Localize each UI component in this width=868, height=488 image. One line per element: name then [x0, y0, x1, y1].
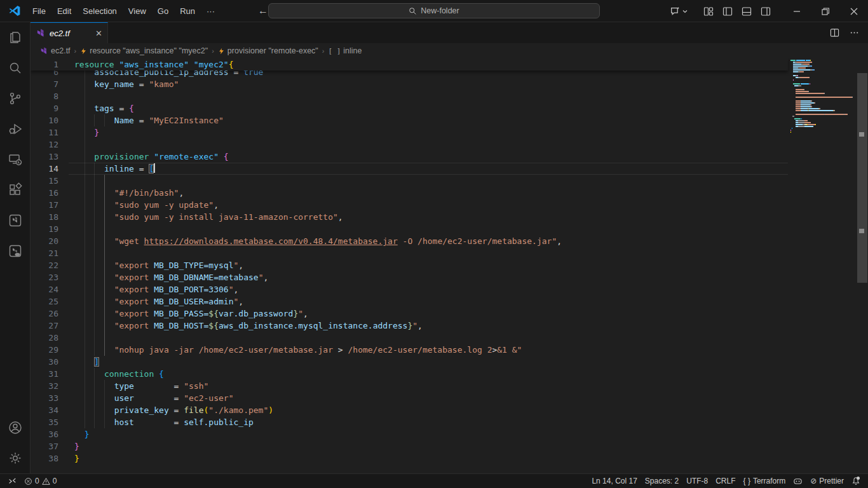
prettier-status[interactable]: ⊘ Prettier [806, 477, 848, 485]
title-bar: File Edit Selection View Go Run ··· ← → … [0, 0, 868, 22]
notifications-bell[interactable] [848, 477, 864, 485]
remote-indicator[interactable] [4, 477, 20, 485]
nav-back-button[interactable]: ← [258, 5, 268, 17]
copilot-button[interactable] [670, 6, 688, 17]
restore-button[interactable] [811, 0, 839, 22]
code-line[interactable]: 15 [31, 175, 788, 187]
breadcrumb-resource[interactable]: resource "aws_instance" "myec2" [80, 46, 208, 55]
line-number: 36 [31, 428, 58, 440]
code-line[interactable]: 34 private_key = file("./kamo.pem") [31, 404, 788, 416]
terraform-cloud-sidebar-icon[interactable] [0, 236, 31, 266]
language-mode[interactable]: { } Terraform [740, 477, 790, 485]
code-line[interactable]: 26 "export MB_DB_PASS=${var.db_password}… [31, 308, 788, 320]
eol-sequence[interactable]: CRLF [712, 477, 739, 485]
remote-explorer-icon[interactable] [0, 144, 31, 175]
copilot-status[interactable] [789, 477, 806, 486]
code-line[interactable]: 7 key_name = "kamo" [31, 78, 788, 90]
breadcrumb-separator: › [212, 47, 214, 55]
code-line[interactable]: 16 "#!/bin/bash", [31, 187, 788, 199]
scrollbar-thumb[interactable] [857, 73, 867, 283]
tab-close-icon[interactable]: ✕ [95, 29, 102, 38]
code-line[interactable]: 36 } [31, 428, 788, 440]
code-line[interactable]: 33 user = "ec2-user" [31, 392, 788, 404]
minimize-button[interactable] [782, 0, 811, 22]
explorer-icon[interactable] [0, 22, 31, 53]
line-number: 12 [31, 139, 58, 151]
menu-file[interactable]: File [27, 4, 51, 18]
minimap-line [790, 93, 855, 95]
code-line[interactable]: 8 [31, 90, 788, 102]
code-line[interactable]: 1resource "aws_instance" "myec2"{ [31, 58, 788, 71]
menu-bar: File Edit Selection View Go Run ··· [27, 4, 220, 18]
vscode-logo-icon [8, 4, 21, 17]
line-number: 27 [31, 320, 58, 332]
code-line[interactable]: 19 [31, 223, 788, 235]
toggle-panel-icon[interactable] [742, 6, 752, 17]
account-icon[interactable] [0, 412, 31, 443]
cursor-position[interactable]: Ln 14, Col 17 [588, 477, 641, 485]
code-line[interactable]: 21 [31, 247, 788, 259]
close-window-button[interactable] [839, 0, 868, 22]
settings-gear-icon[interactable] [0, 443, 31, 473]
code-line[interactable]: 13 provisioner "remote-exec" { [31, 151, 788, 163]
line-number: 25 [31, 295, 58, 308]
code-line[interactable]: 29 "nohup java -jar /home/ec2-user/metab… [31, 344, 788, 356]
breadcrumb-label: provisioner "remote-exec" [227, 46, 318, 55]
menu-edit[interactable]: Edit [52, 4, 76, 18]
editor-more-actions-icon[interactable] [850, 28, 859, 37]
menu-selection[interactable]: Selection [78, 4, 121, 18]
breadcrumb-provisioner[interactable]: provisioner "remote-exec" [218, 46, 318, 55]
code-line[interactable]: 11 } [31, 126, 788, 139]
code-editor[interactable]: 6 associate_public_ip_address = true7 ke… [31, 58, 868, 473]
breadcrumb-inline[interactable]: [ ] inline [328, 46, 362, 55]
code-line[interactable]: 10 Name = "MyEC2Instance" [31, 114, 788, 126]
editor-scrollbar[interactable] [855, 58, 868, 473]
code-line[interactable]: 37} [31, 440, 788, 452]
tab-ec2-tf[interactable]: ec2.tf ✕ [31, 22, 108, 43]
minimap[interactable] [788, 58, 855, 473]
split-editor-icon[interactable] [830, 28, 839, 37]
code-line[interactable]: 14 inline = [ [31, 163, 788, 175]
code-line[interactable]: 25 "export MB_DB_USER=admin", [31, 295, 788, 308]
code-line[interactable]: 22 "export MB_DB_TYPE=mysql", [31, 259, 788, 271]
indentation[interactable]: Spaces: 2 [641, 477, 682, 485]
menu-run[interactable]: Run [175, 4, 200, 18]
code-line[interactable]: 31 connection { [31, 368, 788, 380]
error-icon [24, 477, 32, 485]
terraform-sidebar-icon[interactable] [0, 205, 31, 236]
sticky-line[interactable]: 1resource "aws_instance" "myec2"{ [31, 58, 788, 71]
code-line[interactable]: 38} [31, 452, 788, 464]
toggle-secondary-sidebar-icon[interactable] [761, 6, 771, 17]
run-debug-icon[interactable] [0, 114, 31, 144]
line-number: 32 [31, 380, 58, 392]
menu-go[interactable]: Go [153, 4, 173, 18]
breadcrumb-file[interactable]: ec2.tf [41, 46, 71, 55]
code-line[interactable]: 9 tags = { [31, 102, 788, 114]
code-line[interactable]: 28 [31, 332, 788, 344]
code-line[interactable]: 23 "export MB_DB_DBNAME=metabase", [31, 271, 788, 283]
code-line[interactable]: 12 [31, 139, 788, 151]
code-line[interactable]: 20 "wget https://downloads.metabase.com/… [31, 235, 788, 247]
minimap-line [790, 110, 855, 112]
extensions-icon[interactable] [0, 175, 31, 205]
command-center-search[interactable]: New-folder [268, 3, 600, 18]
code-line[interactable]: 35 host = self.public_ip [31, 416, 788, 428]
source-control-icon[interactable] [0, 83, 31, 114]
toggle-sidebar-icon[interactable] [722, 6, 733, 17]
notification-dot [857, 477, 860, 480]
code-line[interactable]: 27 "export MB_DB_HOST=${aws_db_instance.… [31, 320, 788, 332]
encoding[interactable]: UTF-8 [682, 477, 712, 485]
code-line[interactable]: 30 ] [31, 356, 788, 368]
menu-more[interactable]: ··· [201, 4, 220, 18]
search-sidebar-icon[interactable] [0, 53, 31, 83]
code-line[interactable]: 17 "sudo yum -y update", [31, 199, 788, 211]
customize-layout-icon[interactable] [703, 6, 714, 17]
line-number: 31 [31, 368, 58, 380]
code-line[interactable]: 24 "export MB_DB_PORT=3306", [31, 283, 788, 295]
code-line[interactable]: 18 "sudo yum -y install java-11-amazon-c… [31, 211, 788, 223]
line-number: 22 [31, 259, 58, 271]
line-number: 21 [31, 247, 58, 259]
problems-indicator[interactable]: 0 0 [20, 477, 60, 485]
code-line[interactable]: 32 type = "ssh" [31, 380, 788, 392]
menu-view[interactable]: View [123, 4, 151, 18]
